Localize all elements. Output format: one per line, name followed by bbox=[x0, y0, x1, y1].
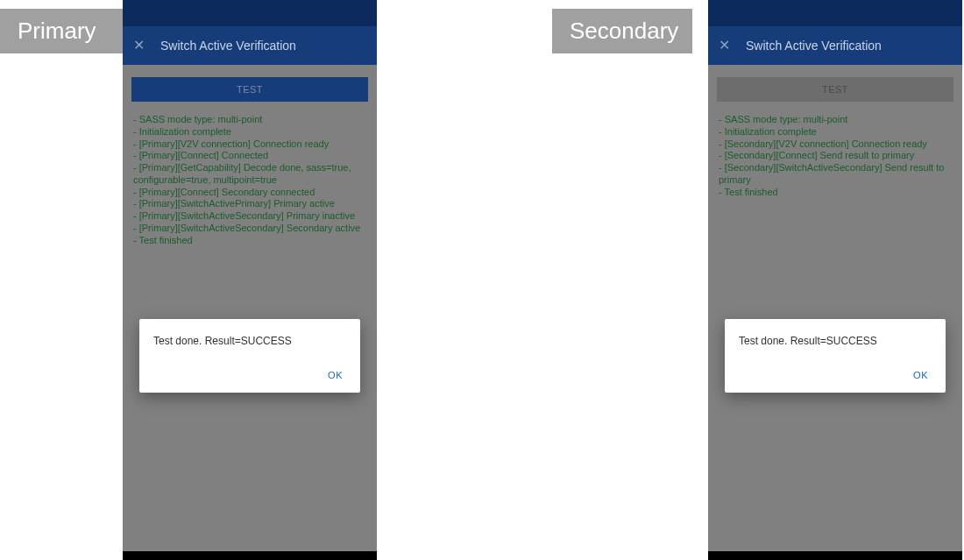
log-line: - [Secondary][SwitchActiveSecondary] Sen… bbox=[719, 162, 952, 187]
log-secondary: - SASS mode type: multi-point- Initializ… bbox=[717, 114, 953, 198]
log-line: - Test finished bbox=[133, 235, 366, 247]
content-area: TEST - SASS mode type: multi-point- Init… bbox=[708, 65, 962, 551]
log-line: - Initialization complete bbox=[133, 126, 366, 138]
close-icon[interactable]: ✕ bbox=[719, 39, 730, 53]
app-bar: ✕ Switch Active Verification bbox=[123, 26, 377, 65]
phone-primary: ✕ Switch Active Verification TEST - SASS… bbox=[123, 0, 377, 560]
dialog-actions: OK bbox=[739, 365, 932, 386]
dialog-message: Test done. Result=SUCCESS bbox=[153, 335, 346, 347]
dialog-actions: OK bbox=[153, 365, 346, 386]
appbar-title: Switch Active Verification bbox=[160, 39, 296, 53]
ok-button[interactable]: OK bbox=[910, 365, 932, 386]
status-bar bbox=[708, 0, 962, 26]
log-line: - [Primary][SwitchActiveSecondary] Secon… bbox=[133, 223, 366, 235]
result-dialog: Test done. Result=SUCCESS OK bbox=[139, 319, 360, 393]
log-line: - SASS mode type: multi-point bbox=[133, 114, 366, 126]
nav-bar bbox=[708, 551, 962, 560]
ok-button[interactable]: OK bbox=[324, 365, 346, 386]
log-line: - SASS mode type: multi-point bbox=[719, 114, 952, 126]
status-bar bbox=[123, 0, 377, 26]
content-area: TEST - SASS mode type: multi-point- Init… bbox=[123, 65, 377, 551]
test-button[interactable]: TEST bbox=[717, 77, 953, 102]
log-line: - [Primary][SwitchActiveSecondary] Prima… bbox=[133, 210, 366, 223]
phone-secondary: ✕ Switch Active Verification TEST - SASS… bbox=[708, 0, 962, 560]
log-line: - [Primary][Connect] Connected bbox=[133, 150, 366, 162]
log-line: - [Primary][V2V connection] Connection r… bbox=[133, 138, 366, 151]
log-line: - [Primary][GetCapability] Decode done, … bbox=[133, 162, 366, 187]
dialog-message: Test done. Result=SUCCESS bbox=[739, 335, 932, 347]
log-line: - Initialization complete bbox=[719, 126, 952, 138]
test-button[interactable]: TEST bbox=[131, 77, 368, 102]
nav-bar bbox=[123, 551, 377, 560]
tag-primary: Primary bbox=[0, 9, 123, 53]
log-line: - [Secondary][V2V connection] Connection… bbox=[719, 138, 952, 151]
app-bar: ✕ Switch Active Verification bbox=[708, 26, 962, 65]
log-primary: - SASS mode type: multi-point- Initializ… bbox=[131, 114, 368, 246]
log-line: - [Primary][Connect] Secondary connected bbox=[133, 187, 366, 199]
log-line: - [Primary][SwitchActivePrimary] Primary… bbox=[133, 198, 366, 210]
log-line: - [Secondary][Connect] Send result to pr… bbox=[719, 150, 952, 162]
tag-secondary: Secondary bbox=[552, 9, 692, 53]
log-line: - Test finished bbox=[719, 187, 952, 199]
result-dialog: Test done. Result=SUCCESS OK bbox=[725, 319, 946, 393]
appbar-title: Switch Active Verification bbox=[746, 39, 882, 53]
close-icon[interactable]: ✕ bbox=[133, 39, 145, 53]
